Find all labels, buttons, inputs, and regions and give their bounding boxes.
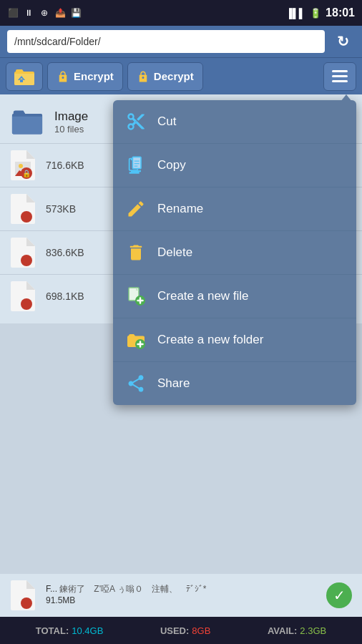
folder-name: Image [54, 109, 88, 124]
menu-create-folder-label: Create a new folder [157, 333, 263, 347]
menu-item-delete[interactable]: Delete [113, 231, 356, 275]
encrypt-label: Encrypt [74, 70, 114, 82]
avail-storage: AVAIL: 2.3GB [268, 625, 326, 636]
share-icon [124, 372, 147, 395]
folder-info: Image 10 files [54, 109, 88, 135]
delete-icon [124, 241, 147, 264]
encrypt-icon [57, 70, 69, 83]
cut-icon [124, 110, 147, 133]
screen-icon: ⬛ [7, 7, 19, 19]
svg-point-6 [21, 255, 32, 266]
bottom-file-info: F... 鍊術了 Z'啞A ぅ嗡０ 注輔、 ﾃﾞｼﾞ* 91.5MB [46, 584, 206, 606]
total-value: 10.4GB [72, 625, 103, 636]
total-label: TOTAL: [36, 625, 69, 636]
total-storage: TOTAL: 10.4GB [36, 625, 104, 636]
battery-icon: 🔋 [310, 8, 321, 19]
context-menu: Cut Copy Rename Delete [113, 100, 356, 405]
menu-item-cut[interactable]: Cut [113, 100, 356, 144]
svg-point-5 [21, 211, 32, 223]
folder-icon [14, 68, 34, 85]
status-icons: ⬛ ⏸ ⊕ 📤 💾 [7, 7, 82, 19]
menu-icon [332, 70, 348, 83]
used-value: 8GB [192, 625, 210, 636]
file-icon: 🔒 [10, 150, 36, 181]
checkmark-icon: ✓ [326, 582, 352, 608]
home-folder-button[interactable] [6, 62, 43, 91]
file-icon [10, 237, 36, 268]
bottom-file-name: F... [46, 584, 57, 594]
status-bar: ⬛ ⏸ ⊕ 📤 💾 ▐▌▌ 🔋 18:01 [0, 0, 362, 26]
path-bar: ↻ [0, 26, 362, 57]
menu-delete-label: Delete [157, 245, 192, 260]
svg-rect-0 [332, 70, 348, 72]
svg-rect-2 [332, 80, 348, 82]
signal-icon: ▐▌▌ [285, 8, 305, 19]
garbled-filename: 鍊術了 Z'啞A ぅ嗡０ 注輔、 ﾃﾞｼﾞ* [59, 584, 206, 594]
menu-item-share[interactable]: Share [113, 362, 356, 405]
menu-create-file-label: Create a new file [157, 289, 249, 303]
menu-rename-label: Rename [157, 202, 203, 216]
folder-icon-img [10, 107, 44, 136]
svg-point-8 [21, 597, 32, 609]
bottom-file-row[interactable]: F... 鍊術了 Z'啞A ぅ嗡０ 注輔、 ﾃﾞｼﾞ* 91.5MB ✓ [0, 574, 362, 617]
folder-count: 10 files [54, 124, 88, 135]
clock: 18:01 [326, 6, 355, 19]
footer: TOTAL: 10.4GB USED: 8GB AVAIL: 2.3GB [0, 617, 362, 644]
menu-item-create-folder[interactable]: Create a new folder [113, 318, 356, 362]
copy-icon [124, 154, 147, 177]
add-icon: ⊕ [39, 7, 50, 19]
rename-icon [124, 197, 147, 220]
bottom-file-size: 91.5MB [46, 595, 206, 607]
used-label: USED: [160, 625, 189, 636]
decrypt-label: Decrypt [154, 70, 194, 82]
used-storage: USED: 8GB [160, 625, 210, 636]
create-folder-icon [124, 328, 147, 351]
svg-point-7 [21, 298, 32, 310]
menu-share-label: Share [157, 376, 190, 391]
avail-label: AVAIL: [268, 625, 297, 636]
svg-text:🔒: 🔒 [22, 169, 31, 178]
file-icon [10, 193, 36, 225]
menu-item-copy[interactable]: Copy [113, 144, 356, 187]
menu-copy-label: Copy [157, 158, 186, 172]
file-icon [10, 580, 36, 611]
menu-item-create-file[interactable]: Create a new file [113, 275, 356, 318]
svg-rect-1 [332, 75, 348, 77]
refresh-button[interactable]: ↻ [331, 29, 355, 54]
file-upload-icon: 📤 [54, 7, 66, 19]
pause-icon: ⏸ [23, 7, 34, 19]
menu-cut-label: Cut [157, 114, 176, 129]
decrypt-button[interactable]: Decrypt [127, 62, 203, 91]
file-icon [10, 280, 36, 312]
toolbar: Encrypt Decrypt [0, 57, 362, 94]
menu-caret [341, 94, 352, 102]
create-file-icon [124, 285, 147, 308]
menu-button[interactable] [323, 62, 356, 91]
avail-value: 2.3GB [300, 625, 326, 636]
decrypt-icon [137, 70, 150, 83]
sd-icon: 💾 [70, 7, 82, 19]
encrypt-button[interactable]: Encrypt [47, 62, 123, 91]
menu-item-rename[interactable]: Rename [113, 187, 356, 231]
svg-rect-10 [132, 157, 141, 168]
path-input[interactable] [7, 30, 325, 53]
